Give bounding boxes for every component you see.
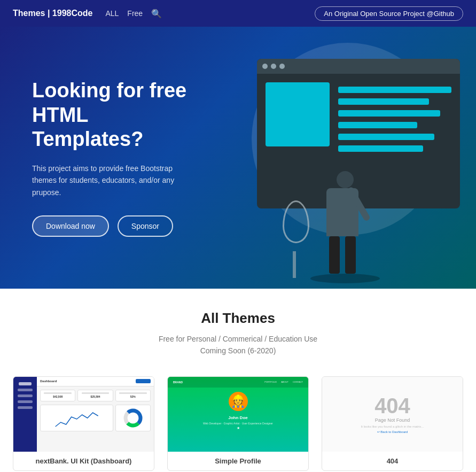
theme-card-simple-profile[interactable]: BRAND PORTFOLIO ABOUT CONTACT 👷 John Doe	[167, 376, 309, 471]
notfound-label: Page Not Found	[375, 417, 410, 423]
dash-chart-donut	[115, 405, 151, 431]
section-subtitle: Free for Personal / Commerical / Educati…	[13, 333, 463, 357]
theme-card-label-nextbank: nextBank. UI Kit (Dashboard)	[13, 452, 154, 470]
person-head	[337, 171, 354, 188]
browser-dot-3	[279, 64, 285, 69]
profile-preview: BRAND PORTFOLIO ABOUT CONTACT 👷 John Doe	[168, 377, 308, 452]
github-button[interactable]: An Original Open Source Project @Github	[315, 6, 463, 21]
theme-card-404[interactable]: 404 Page Not Found It looks like you fou…	[322, 376, 463, 471]
browser-dot-1	[262, 64, 268, 69]
dash-stats: $42,508 $25,584 52%	[40, 390, 151, 401]
dash-sidebar-item	[18, 406, 33, 409]
profile-role: Web Developer · Graphic Artist · User Ex…	[168, 422, 308, 425]
profile-avatar: 👷	[229, 392, 248, 411]
dash-topbar-btn	[136, 379, 151, 383]
dash-stat-label	[119, 392, 146, 394]
dash-stat-3: 52%	[115, 390, 151, 401]
dash-body: $42,508 $25,584 52%	[37, 386, 154, 435]
dash-chart-line	[40, 405, 113, 431]
person-legs	[316, 236, 369, 274]
dash-stat-val: 52%	[130, 395, 136, 398]
person-body	[326, 188, 358, 236]
theme-card-img-404: 404 Page Not Found It looks like you fou…	[322, 377, 463, 452]
browser-line	[338, 110, 440, 117]
dash-stat-val: $42,508	[53, 395, 63, 398]
theme-card-nextbank[interactable]: Dashboard $42,508 $	[13, 376, 154, 471]
nav-link-free[interactable]: Free	[127, 9, 143, 18]
dashboard-preview: Dashboard $42,508 $	[13, 377, 154, 452]
theme-card-label-404: 404	[322, 452, 463, 470]
profile-star: ★	[168, 426, 308, 430]
notfound-desc: It looks like you found a glitch in the …	[353, 425, 433, 428]
notfound-404-number: 404	[374, 395, 410, 416]
dash-stat-val: $25,584	[90, 395, 100, 398]
theme-card-img-nextbank: Dashboard $42,508 $	[13, 377, 154, 452]
nav-link-all[interactable]: ALL	[105, 9, 119, 18]
dash-sidebar-item	[18, 389, 33, 391]
navbar: Themes | 1998Code ALL Free 🔍 An Original…	[0, 0, 476, 27]
dash-charts	[40, 405, 151, 431]
person-arm	[347, 186, 371, 222]
main-content: All Themes Free for Personal / Commerica…	[0, 289, 476, 472]
profile-nav-link: CONTACT	[293, 381, 303, 383]
profile-name: John Doe	[168, 415, 308, 420]
dash-stat-1: $42,508	[40, 390, 75, 401]
dash-sidebar-item	[18, 400, 33, 403]
browser-line	[338, 122, 417, 128]
nav-right: An Original Open Source Project @Github	[315, 6, 463, 21]
hero-description: This project aims to provide free Bootst…	[32, 163, 192, 198]
tree-trunk	[293, 251, 296, 278]
theme-card-img-profile: BRAND PORTFOLIO ABOUT CONTACT 👷 John Doe	[168, 377, 308, 452]
profile-nav-link: ABOUT	[281, 381, 288, 383]
hero-buttons: Download now Sponsor	[32, 215, 192, 237]
browser-dot-2	[271, 64, 276, 69]
hero-title: Looking for free HTML Templates?	[32, 79, 192, 152]
ground-shadow	[310, 274, 380, 283]
search-icon[interactable]: 🔍	[151, 9, 162, 19]
dash-topbar-title: Dashboard	[40, 380, 57, 383]
person-leg-right	[345, 236, 356, 274]
person-figure	[316, 171, 369, 289]
dash-sidebar	[13, 377, 37, 452]
browser-line	[338, 134, 434, 140]
nav-brand[interactable]: Themes | 1998Code	[13, 9, 92, 18]
browser-titlebar	[257, 59, 460, 74]
browser-card-blue	[266, 82, 330, 146]
dash-stat-label	[82, 392, 109, 394]
profile-nav-brand: BRAND	[173, 381, 183, 384]
dash-main: Dashboard $42,508 $	[37, 377, 154, 452]
hero-section: Looking for free HTML Templates? This pr…	[0, 27, 476, 289]
themes-grid: Dashboard $42,508 $	[13, 376, 463, 471]
download-now-button[interactable]: Download now	[32, 215, 109, 237]
dash-sidebar-logo	[19, 382, 32, 385]
browser-line	[338, 98, 429, 105]
sponsor-button[interactable]: Sponsor	[118, 215, 173, 237]
notfound-preview: 404 Page Not Found It looks like you fou…	[322, 377, 463, 452]
profile-nav-links: PORTFOLIO ABOUT CONTACT	[264, 381, 303, 383]
profile-nav: BRAND PORTFOLIO ABOUT CONTACT	[168, 377, 308, 388]
dash-stat-2: $25,584	[77, 390, 113, 401]
section-title: All Themes	[13, 310, 463, 327]
person-leg-left	[329, 236, 340, 274]
browser-line	[338, 145, 423, 152]
dash-stat-label	[44, 392, 71, 394]
browser-line	[338, 87, 451, 93]
hero-content: Looking for free HTML Templates? This pr…	[0, 47, 224, 269]
theme-card-label-profile: Simple Profile	[168, 452, 308, 470]
dash-topbar: Dashboard	[37, 377, 154, 386]
profile-nav-link: PORTFOLIO	[264, 381, 277, 383]
dash-sidebar-item	[18, 394, 33, 397]
profile-preview-inner: BRAND PORTFOLIO ABOUT CONTACT 👷 John Doe	[168, 377, 308, 452]
subtitle-line1: Free for Personal / Commerical / Educati…	[159, 335, 317, 343]
subtitle-line2: Coming Soon (6-2020)	[200, 346, 276, 355]
notfound-back-link[interactable]: ↩ Back to Dashboard	[377, 430, 408, 434]
